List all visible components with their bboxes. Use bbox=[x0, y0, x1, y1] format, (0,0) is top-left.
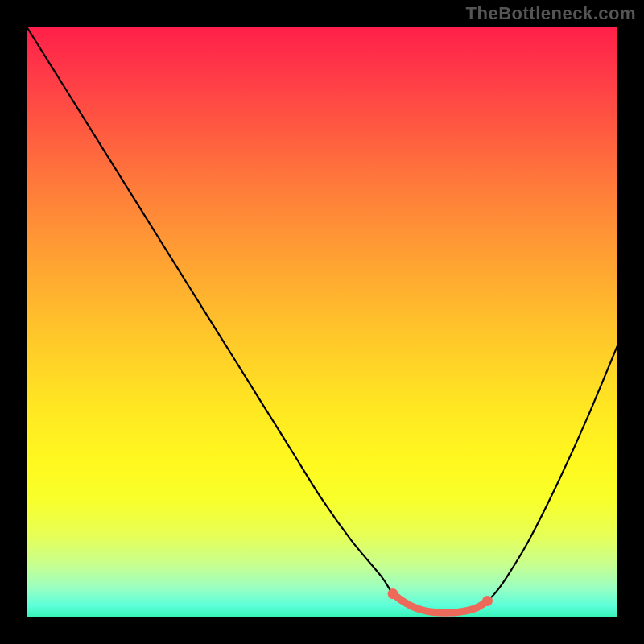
curve-svg bbox=[27, 27, 617, 617]
bottleneck-curve bbox=[27, 27, 617, 613]
ideal-region-end-dot bbox=[482, 596, 493, 606]
ideal-region-line bbox=[393, 594, 487, 613]
chart-frame: { "watermark": "TheBottleneck.com", "cha… bbox=[0, 0, 644, 644]
ideal-region-marker bbox=[388, 588, 493, 613]
watermark-text: TheBottleneck.com bbox=[466, 3, 636, 24]
plot-area bbox=[27, 27, 617, 617]
ideal-region-start-dot bbox=[388, 588, 398, 599]
